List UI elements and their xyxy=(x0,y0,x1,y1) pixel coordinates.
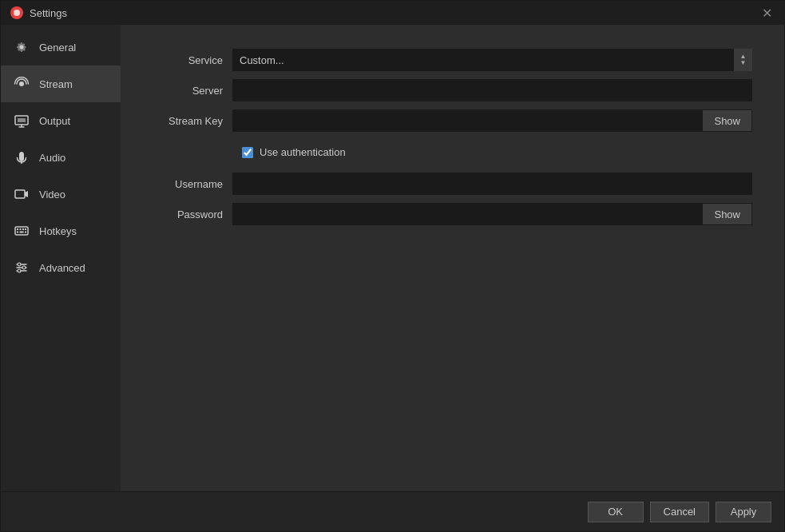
use-auth-row: Use authentication xyxy=(242,146,752,158)
stream-key-input-group: Show xyxy=(232,109,752,132)
service-select[interactable]: Custom... xyxy=(232,49,752,71)
service-label: Service xyxy=(153,54,232,66)
titlebar-left: Settings xyxy=(10,6,67,19)
hotkeys-label: Hotkeys xyxy=(39,225,77,237)
svg-rect-3 xyxy=(18,118,26,122)
window-title: Settings xyxy=(30,7,67,19)
svg-point-0 xyxy=(14,10,20,16)
server-row: Server xyxy=(153,79,752,101)
video-icon xyxy=(14,186,30,202)
sidebar-item-advanced[interactable]: Advanced xyxy=(1,249,121,286)
use-auth-checkbox[interactable] xyxy=(242,147,253,158)
titlebar: Settings ✕ xyxy=(1,1,784,25)
svg-rect-12 xyxy=(25,232,26,233)
username-input[interactable] xyxy=(232,173,752,195)
app-icon xyxy=(10,6,23,19)
video-label: Video xyxy=(39,189,65,200)
stream-key-label: Stream Key xyxy=(153,115,232,127)
username-label: Username xyxy=(153,178,232,190)
ok-button[interactable]: OK xyxy=(588,502,644,522)
general-label: General xyxy=(39,42,76,54)
audio-icon xyxy=(14,149,30,165)
output-label: Output xyxy=(39,115,70,127)
server-input[interactable] xyxy=(232,79,752,101)
sidebar-item-output[interactable]: Output xyxy=(1,102,121,139)
stream-label: Stream xyxy=(39,78,73,90)
password-input[interactable] xyxy=(232,203,703,225)
stream-key-input[interactable] xyxy=(232,109,703,132)
output-icon xyxy=(14,113,30,129)
close-button[interactable]: ✕ xyxy=(759,5,775,21)
hotkeys-icon xyxy=(14,223,30,239)
password-show-button[interactable]: Show xyxy=(703,203,752,225)
stream-icon xyxy=(14,76,30,92)
service-row: Service Custom... ▲ ▼ xyxy=(153,49,752,71)
service-select-wrapper: Custom... ▲ ▼ xyxy=(232,49,752,71)
svg-rect-9 xyxy=(25,228,26,230)
settings-window: Settings ✕ General xyxy=(0,0,785,532)
audio-label: Audio xyxy=(39,152,65,164)
sidebar-item-audio[interactable]: Audio xyxy=(1,139,121,176)
server-label: Server xyxy=(153,85,232,97)
svg-rect-4 xyxy=(15,190,25,198)
sidebar: General Stream xyxy=(1,25,121,491)
svg-rect-5 xyxy=(15,227,28,235)
cancel-button[interactable]: Cancel xyxy=(650,502,709,522)
password-input-group: Show xyxy=(232,203,752,225)
content-area: Service Custom... ▲ ▼ Server Stre xyxy=(121,25,784,491)
stream-key-row: Stream Key Show xyxy=(153,109,752,132)
svg-point-13 xyxy=(18,263,21,266)
svg-rect-8 xyxy=(22,228,24,230)
svg-point-15 xyxy=(18,269,21,272)
svg-point-1 xyxy=(19,81,24,86)
use-auth-label[interactable]: Use authentication xyxy=(260,146,346,158)
advanced-label: Advanced xyxy=(39,262,85,274)
sidebar-item-video[interactable]: Video xyxy=(1,176,121,212)
stream-key-show-button[interactable]: Show xyxy=(703,109,752,132)
sidebar-item-general[interactable]: General xyxy=(1,29,121,66)
svg-rect-10 xyxy=(17,232,18,233)
svg-rect-6 xyxy=(17,228,18,230)
advanced-icon xyxy=(14,260,30,276)
username-row: Username xyxy=(153,173,752,195)
svg-rect-7 xyxy=(20,228,22,230)
sidebar-item-stream[interactable]: Stream xyxy=(1,66,121,102)
main-content: General Stream xyxy=(1,25,784,491)
svg-rect-11 xyxy=(20,232,24,233)
svg-point-14 xyxy=(22,266,26,269)
password-row: Password Show xyxy=(153,203,752,225)
apply-button[interactable]: Apply xyxy=(716,502,771,522)
sidebar-item-hotkeys[interactable]: Hotkeys xyxy=(1,212,121,249)
password-label: Password xyxy=(153,208,232,220)
gear-icon xyxy=(14,39,30,55)
bottom-bar: OK Cancel Apply xyxy=(1,491,784,531)
